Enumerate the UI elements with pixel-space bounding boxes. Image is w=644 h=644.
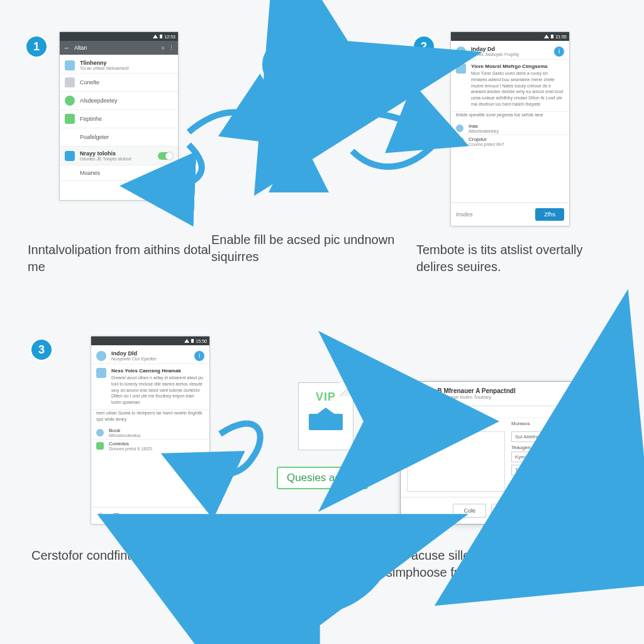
flow-arrows	[0, 0, 644, 644]
